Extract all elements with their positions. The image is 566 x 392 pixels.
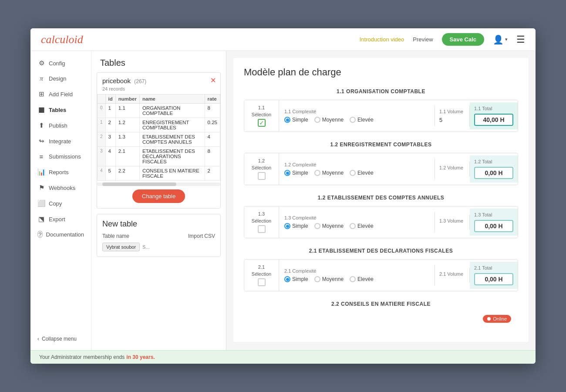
- calc-inner: Modèle plan de charge 1.1 ORGANISATION C…: [233, 58, 529, 342]
- sidebar-item-submissions[interactable]: ≡ Submissions: [30, 149, 91, 164]
- sidebar-item-design[interactable]: π Design: [30, 71, 91, 86]
- sidebar-item-export[interactable]: ⬔ Export: [30, 211, 91, 227]
- radio-item[interactable]: Simple: [284, 276, 308, 282]
- table-row: 2 3 1.3 ETABLISSEMENT DES COMPTES ANNUEL…: [98, 132, 220, 147]
- sidebar-item-reports[interactable]: 📊 Reports: [30, 164, 91, 180]
- radio-item[interactable]: Simple: [284, 170, 308, 176]
- app-window: calculoid Introduction video Preview Sav…: [30, 28, 536, 364]
- new-table-fields-row: Table name Import CSV: [102, 233, 215, 239]
- radio-group-1-2: Simple Moyenne Elevée: [284, 170, 429, 176]
- hamburger-button[interactable]: ☰: [516, 34, 525, 45]
- volume-label-2-1: 2.1 Volume: [439, 271, 465, 277]
- section-row-2-1: 2.1 Sélection 2.1 Complexité Simple Moye…: [244, 259, 518, 291]
- total-cell-1-1: 1.1 Total 40,00 H: [470, 102, 518, 129]
- sidebar-item-publish[interactable]: ⬆ Publish: [30, 118, 91, 133]
- radio-circle: [350, 170, 356, 176]
- selection-cell-1-1: 1.1 Sélection ✓: [244, 100, 279, 132]
- checkbox-checked-icon[interactable]: ✓: [258, 119, 266, 127]
- sidebar-item-tables[interactable]: ▦ Tables: [30, 102, 91, 118]
- radio-item[interactable]: Elevée: [350, 223, 374, 229]
- pricebook-header: pricebook (267) ✕: [97, 73, 220, 86]
- complexity-cell-1-3: 1.3 Complexité Simple Moyenne Elevée: [279, 212, 435, 233]
- radio-circle: [284, 170, 290, 176]
- online-badge: Online: [483, 315, 511, 323]
- radio-label: Moyenne: [322, 223, 344, 229]
- selection-label-1-2: 1.2: [258, 158, 265, 163]
- sidebar-item-integrate[interactable]: ↬ Integrate: [30, 133, 91, 149]
- preview-button[interactable]: Preview: [413, 36, 433, 43]
- table-row: 3 4 2.1 ETABLISSEMENT DES DECLARATIONS F…: [98, 147, 220, 166]
- selection-sublabel-1-3: Sélection: [252, 218, 271, 223]
- radio-circle: [314, 117, 320, 123]
- row-num-cell: 0: [98, 104, 106, 118]
- name-cell: ENREGISTREMENT COMPTABLES: [139, 118, 205, 132]
- number-cell: 2.2: [115, 166, 139, 181]
- total-value-2-1: 0,00 H: [474, 273, 513, 285]
- name-cell: ETABLISSEMENT DES COMPTES ANNUELS: [139, 132, 205, 147]
- add-field-icon: ⊞: [37, 90, 45, 98]
- id-cell: 3: [105, 132, 115, 147]
- sidebar-item-config[interactable]: ⚙ Config: [30, 55, 91, 71]
- collapse-menu-button[interactable]: ‹ Collapse menu: [30, 332, 91, 346]
- publish-icon: ⬆: [37, 122, 45, 129]
- intro-video-link[interactable]: Introduction video: [360, 36, 404, 43]
- radio-item[interactable]: Elevée: [350, 276, 374, 282]
- status-bar: Your Administrator membership ends in 30…: [30, 350, 536, 364]
- radio-item[interactable]: Simple: [284, 223, 308, 229]
- radio-item[interactable]: Elevée: [350, 117, 374, 123]
- section-2-2-block: 2.2 CONSEILS EN MATIERE FISCALE Online: [244, 299, 518, 325]
- total-label-1-1: 1.1 Total: [474, 106, 492, 111]
- checkbox-unchecked-icon[interactable]: [258, 225, 266, 233]
- sidebar-item-documentation[interactable]: ? Documentation: [30, 227, 91, 242]
- radio-circle: [284, 223, 290, 229]
- table-scrollbar-thumb: [102, 182, 176, 186]
- rate-cell: 4: [205, 132, 220, 147]
- close-pricebook-icon[interactable]: ✕: [210, 76, 216, 84]
- complexity-cell-2-1: 2.1 Complexité Simple Moyenne Elevée: [279, 265, 435, 286]
- calc-title: Modèle plan de charge: [244, 67, 518, 78]
- save-calc-button[interactable]: Save Calc: [442, 33, 484, 46]
- section-header-1-1: 1.1 ORGANISATION COMPTABLE: [244, 87, 518, 96]
- radio-item[interactable]: Moyenne: [314, 170, 344, 176]
- col-name: name: [139, 95, 205, 104]
- sidebar-label-tables: Tables: [49, 107, 66, 113]
- total-label-2-1: 2.1 Total: [474, 265, 492, 270]
- choose-file-button[interactable]: Vybrat soubor: [102, 243, 140, 251]
- radio-circle: [284, 276, 290, 282]
- volume-value-1-1: 5: [439, 117, 465, 123]
- pricebook-data-table: id number name rate 0 1 1.1 ORGANISATION…: [97, 94, 220, 181]
- sidebar-label-webhooks: Webhooks: [49, 185, 75, 191]
- sidebar-item-webhooks[interactable]: ⚑ Webhooks: [30, 180, 91, 196]
- total-label-1-3: 1.3 Total: [474, 212, 492, 217]
- file-input-row: Vybrat soubor S...: [102, 243, 215, 251]
- submissions-icon: ≡: [37, 153, 45, 160]
- change-table-button[interactable]: Change table: [132, 189, 185, 203]
- selection-cell-2-1: 2.1 Sélection: [244, 260, 279, 291]
- reports-icon: 📊: [37, 168, 45, 176]
- sidebar-label-add-field: Add Field: [49, 91, 73, 98]
- sidebar-label-documentation: Documentation: [46, 231, 84, 238]
- checkbox-unchecked-icon[interactable]: [258, 278, 266, 286]
- section-1-2-block: 1.2 ENREGISTREMENT COMPTABLES 1.2 Sélect…: [244, 140, 518, 185]
- table-row: 4 5 2.2 CONSEILS EN MATIERE FISCALE 2: [98, 166, 220, 181]
- radio-item[interactable]: Elevée: [350, 170, 374, 176]
- sidebar-item-add-field[interactable]: ⊞ Add Field: [30, 86, 91, 102]
- table-scrollbar[interactable]: [97, 182, 220, 186]
- name-cell: CONSEILS EN MATIERE FISCALE: [139, 166, 205, 181]
- user-menu-button[interactable]: 👤 ▾: [493, 34, 508, 45]
- status-text: Your Administrator membership ends: [39, 354, 125, 360]
- name-cell: ETABLISSEMENT DES DECLARATIONS FISCALES: [139, 147, 205, 166]
- section-row-1-1: 1.1 Sélection ✓ 1.1 Complexité Simple Mo…: [244, 100, 518, 132]
- volume-cell-1-3: 1.3 Volume: [435, 215, 470, 230]
- user-icon: 👤: [493, 34, 504, 45]
- section-1-3-block: 1.2 ETABLISSEMENT DES COMPTES ANNUELS 1.…: [244, 193, 518, 238]
- radio-circle: [314, 276, 320, 282]
- radio-item[interactable]: Simple: [284, 117, 308, 123]
- radio-item[interactable]: Moyenne: [314, 276, 344, 282]
- radio-item[interactable]: Moyenne: [314, 223, 344, 229]
- radio-item[interactable]: Moyenne: [314, 117, 344, 123]
- webhooks-icon: ⚑: [37, 184, 45, 192]
- sidebar-item-copy[interactable]: ⬜ Copy: [30, 196, 91, 211]
- checkbox-unchecked-icon[interactable]: [258, 172, 266, 180]
- rate-cell: 2: [205, 166, 220, 181]
